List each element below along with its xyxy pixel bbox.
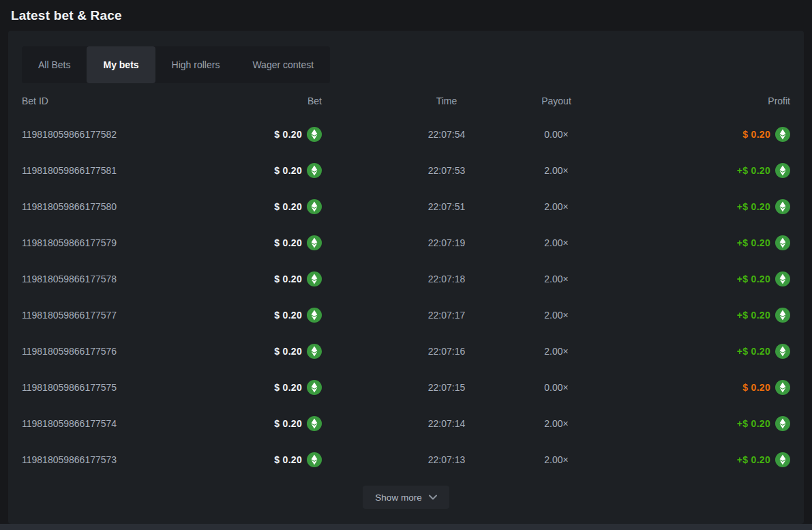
- profit-cell: +$ 0.20: [588, 163, 790, 178]
- profit-cell: +$ 0.20: [588, 199, 790, 214]
- table-row: 119818059866177573 $ 0.20 22:07:13 2.00×…: [22, 441, 790, 477]
- profit-cell: +$ 0.20: [588, 235, 790, 250]
- profit-amount: +$ 0.20: [737, 201, 770, 212]
- table-row: 119818059866177579 $ 0.20 22:07:19 2.00×…: [22, 224, 790, 261]
- tab-label: High rollers: [172, 59, 220, 70]
- section-header: Latest bet & Race: [0, 0, 812, 31]
- payout-cell: 2.00×: [525, 310, 588, 321]
- time-cell: 22:07:17: [368, 310, 525, 321]
- bet-id-cell: 119818059866177582: [22, 129, 192, 140]
- eth-coin-icon: [307, 127, 322, 142]
- tab-all-bets[interactable]: All Bets: [22, 46, 87, 83]
- eth-coin-icon: [775, 344, 790, 359]
- profit-cell: +$ 0.20: [588, 308, 790, 323]
- profit-cell: $ 0.20: [588, 380, 790, 395]
- tab-label: Wager contest: [252, 59, 314, 70]
- payout-cell: 2.00×: [525, 201, 588, 212]
- bet-amount: $ 0.20: [274, 346, 302, 357]
- table-body: 119818059866177582 $ 0.20 22:07:54 0.00×…: [22, 116, 790, 477]
- bet-amount-cell: $ 0.20: [192, 380, 368, 395]
- payout-cell: 2.00×: [525, 237, 588, 248]
- column-header-bet: Bet: [192, 95, 368, 106]
- profit-amount: $ 0.20: [742, 129, 770, 140]
- eth-coin-icon: [307, 416, 322, 431]
- bet-id-cell: 119818059866177580: [22, 201, 192, 212]
- bets-table: Bet ID Bet Time Payout Profit 1198180598…: [22, 86, 790, 477]
- eth-coin-icon: [775, 452, 790, 467]
- tab-label: My bets: [103, 59, 138, 70]
- column-header-payout: Payout: [525, 95, 588, 106]
- bet-amount: $ 0.20: [274, 454, 302, 465]
- table-row: 119818059866177577 $ 0.20 22:07:17 2.00×…: [22, 297, 790, 333]
- eth-coin-icon: [307, 163, 322, 178]
- bet-id-cell: 119818059866177581: [22, 165, 192, 176]
- table-row: 119818059866177578 $ 0.20 22:07:18 2.00×…: [22, 261, 790, 297]
- bet-amount-cell: $ 0.20: [192, 127, 368, 142]
- table-header-row: Bet ID Bet Time Payout Profit: [22, 86, 790, 116]
- bet-id-cell: 119818059866177575: [22, 382, 192, 393]
- show-more-label: Show more: [375, 492, 421, 503]
- column-header-bet-id: Bet ID: [22, 95, 192, 106]
- eth-coin-icon: [307, 235, 322, 250]
- profit-amount: +$ 0.20: [737, 418, 770, 429]
- time-cell: 22:07:14: [368, 418, 525, 429]
- column-header-profit: Profit: [588, 95, 790, 106]
- bet-id-cell: 119818059866177577: [22, 310, 192, 321]
- payout-cell: 2.00×: [525, 165, 588, 176]
- eth-coin-icon: [775, 308, 790, 323]
- payout-cell: 2.00×: [525, 274, 588, 284]
- bet-amount-cell: $ 0.20: [192, 163, 368, 178]
- bet-id-cell: 119818059866177578: [22, 274, 192, 284]
- show-more-button[interactable]: Show more: [363, 486, 449, 509]
- profit-amount: +$ 0.20: [737, 454, 770, 465]
- bet-amount-cell: $ 0.20: [192, 271, 368, 286]
- time-cell: 22:07:16: [368, 346, 525, 357]
- payout-cell: 0.00×: [525, 129, 588, 140]
- profit-cell: +$ 0.20: [588, 344, 790, 359]
- profit-amount: +$ 0.20: [737, 346, 770, 357]
- eth-coin-icon: [775, 199, 790, 214]
- profit-amount: +$ 0.20: [737, 165, 770, 176]
- table-row: 119818059866177576 $ 0.20 22:07:16 2.00×…: [22, 333, 790, 369]
- bet-amount-cell: $ 0.20: [192, 199, 368, 214]
- tab-wager-contest[interactable]: Wager contest: [236, 46, 330, 83]
- bet-amount: $ 0.20: [274, 382, 302, 393]
- bet-amount-cell: $ 0.20: [192, 344, 368, 359]
- tab-high-rollers[interactable]: High rollers: [155, 46, 237, 83]
- bets-tabs: All Bets My bets High rollers Wager cont…: [22, 46, 330, 83]
- bet-amount-cell: $ 0.20: [192, 452, 368, 467]
- eth-coin-icon: [775, 235, 790, 250]
- eth-coin-icon: [307, 380, 322, 395]
- bet-amount-cell: $ 0.20: [192, 308, 368, 323]
- bet-amount: $ 0.20: [274, 201, 302, 212]
- table-row: 119818059866177580 $ 0.20 22:07:51 2.00×…: [22, 188, 790, 224]
- bet-amount-cell: $ 0.20: [192, 235, 368, 250]
- eth-coin-icon: [775, 163, 790, 178]
- next-section-edge: [0, 524, 812, 530]
- time-cell: 22:07:18: [368, 274, 525, 284]
- table-row: 119818059866177582 $ 0.20 22:07:54 0.00×…: [22, 116, 790, 152]
- payout-cell: 2.00×: [525, 418, 588, 429]
- bet-id-cell: 119818059866177574: [22, 418, 192, 429]
- profit-amount: +$ 0.20: [737, 310, 770, 321]
- eth-coin-icon: [307, 308, 322, 323]
- eth-coin-icon: [775, 416, 790, 431]
- tab-my-bets[interactable]: My bets: [87, 46, 155, 83]
- page-title: Latest bet & Race: [11, 8, 122, 23]
- profit-amount: +$ 0.20: [737, 274, 770, 284]
- payout-cell: 2.00×: [525, 454, 588, 465]
- payout-cell: 2.00×: [525, 346, 588, 357]
- bet-amount: $ 0.20: [274, 129, 302, 140]
- bet-amount: $ 0.20: [274, 310, 302, 321]
- time-cell: 22:07:53: [368, 165, 525, 176]
- profit-cell: +$ 0.20: [588, 271, 790, 286]
- eth-coin-icon: [307, 452, 322, 467]
- show-more-container: Show more: [22, 486, 790, 509]
- eth-coin-icon: [307, 344, 322, 359]
- time-cell: 22:07:51: [368, 201, 525, 212]
- time-cell: 22:07:15: [368, 382, 525, 393]
- bet-amount: $ 0.20: [274, 237, 302, 248]
- time-cell: 22:07:19: [368, 237, 525, 248]
- eth-coin-icon: [775, 271, 790, 286]
- bet-id-cell: 119818059866177573: [22, 454, 192, 465]
